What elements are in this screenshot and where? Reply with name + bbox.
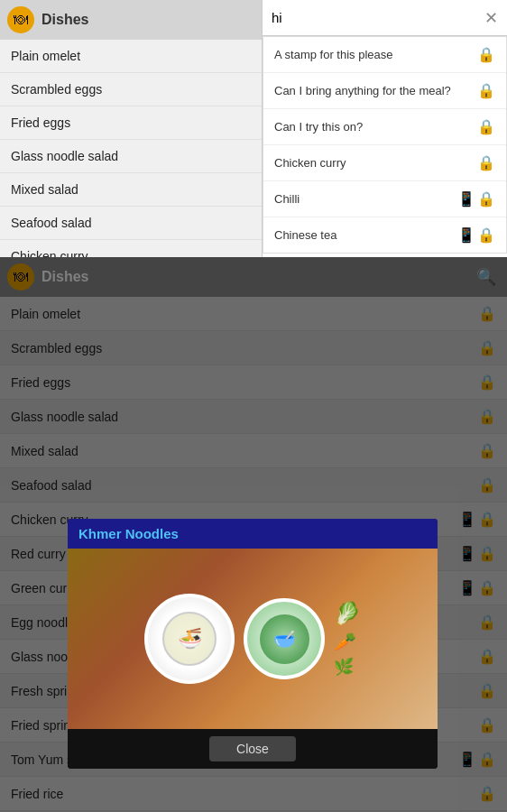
top-dish-item[interactable]: Mixed salad [0, 173, 262, 207]
lock-icon: 🔒 [477, 118, 495, 135]
search-input[interactable] [263, 0, 475, 35]
lock-icon: 🔒 [477, 82, 495, 99]
modal-title: Khmer Noodles [68, 519, 438, 549]
veggie-decoration: 🥬 🥕 🌿 [334, 601, 361, 677]
autocomplete-item-text: Chilli [274, 192, 457, 206]
top-dish-item[interactable]: Seafood salad [0, 207, 262, 240]
plate-noodles: 🍜 [144, 594, 235, 684]
autocomplete-item[interactable]: Chinese tea📱🔒 [263, 217, 506, 253]
plate-soup: 🥣 [244, 598, 325, 679]
top-dish-item[interactable]: Scrambled eggs [0, 73, 262, 106]
autocomplete-item[interactable]: A stamp for this please🔒 [263, 37, 506, 73]
left-dish-panel: 🍽 Dishes Plain omeletScrambled eggsFried… [0, 0, 262, 257]
autocomplete-item-text: Can I try this on? [274, 120, 477, 134]
autocomplete-item[interactable]: Chicken curry🔒 [263, 145, 506, 181]
top-dish-list: Plain omeletScrambled eggsFried eggsGlas… [0, 40, 262, 257]
modal-box: Khmer Noodles 🍜 🥣 🥬 🥕 🌿 Close [68, 519, 438, 769]
lock-wrap: 🔒 [477, 154, 495, 171]
top-dish-item[interactable]: Fried eggs [0, 106, 262, 140]
autocomplete-item[interactable]: Can I bring anything for the meal?🔒 [263, 73, 506, 109]
clear-button[interactable]: ✕ [475, 2, 507, 34]
modal-close-button[interactable]: Close [209, 736, 296, 761]
top-dish-item[interactable]: Glass noodle salad [0, 140, 262, 173]
modal-overlay: Khmer Noodles 🍜 🥣 🥬 🥕 🌿 Close [0, 257, 507, 812]
autocomplete-dropdown: A stamp for this please🔒Can I bring anyt… [263, 36, 507, 254]
modal-image: 🍜 🥣 🥬 🥕 🌿 [68, 549, 438, 729]
lock-wrap: 📱🔒 [457, 226, 495, 244]
dish-icon: 🍽 [14, 12, 28, 28]
autocomplete-item-text: Chinese tea [274, 228, 457, 242]
lock-wrap: 🔒 [477, 118, 495, 135]
top-dish-item[interactable]: Plain omelet [0, 40, 262, 73]
phone-icon: 📱 [457, 226, 475, 244]
autocomplete-item[interactable]: Chilli📱🔒 [263, 181, 506, 217]
app-icon: 🍽 [7, 6, 34, 33]
lock-wrap: 📱🔒 [457, 190, 495, 208]
search-panel: ✕ A stamp for this please🔒Can I bring an… [262, 0, 507, 257]
lock-icon: 🔒 [477, 190, 495, 208]
lock-icon: 🔒 [477, 226, 495, 244]
lock-icon: 🔒 [477, 154, 495, 171]
food-illustration: 🍜 🥣 🥬 🥕 🌿 [68, 549, 438, 729]
left-header-bar: 🍽 Dishes [0, 0, 262, 40]
lock-wrap: 🔒 [477, 46, 495, 63]
autocomplete-item[interactable]: Can I try this on?🔒 [263, 109, 506, 145]
autocomplete-item-text: A stamp for this please [274, 48, 477, 61]
autocomplete-item-text: Chicken curry [274, 156, 477, 170]
autocomplete-item-text: Can I bring anything for the meal? [274, 84, 477, 97]
phone-icon: 📱 [457, 190, 475, 208]
modal-close-bar: Close [68, 729, 438, 769]
app-title-left: Dishes [41, 12, 254, 28]
lock-icon: 🔒 [477, 46, 495, 63]
lock-wrap: 🔒 [477, 82, 495, 99]
search-bar[interactable]: ✕ [263, 0, 507, 36]
top-dish-item[interactable]: Chicken curry [0, 240, 262, 257]
